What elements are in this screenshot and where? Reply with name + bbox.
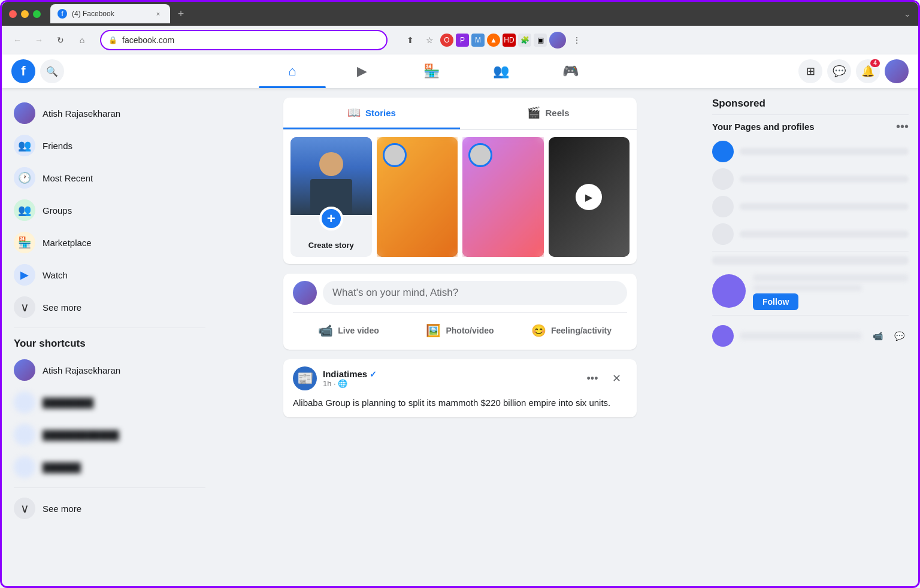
section-divider-1 (712, 114, 909, 115)
window-dropdown-btn[interactable]: ⌄ (904, 9, 911, 19)
contact-name-1 (740, 332, 862, 340)
tab-stories[interactable]: 📖 Stories (283, 98, 460, 129)
address-bar[interactable]: 🔒 facebook.com (100, 30, 388, 50)
sponsored-profile-item: Follow (712, 274, 909, 310)
reels-tab-label: Reels (545, 108, 569, 118)
traffic-lights (9, 10, 41, 18)
sidebar-item-see-more[interactable]: ∨ See more (7, 292, 213, 323)
sidebar-divider-1 (14, 328, 205, 328)
contacts-section: 📹 💬 (712, 325, 909, 347)
person-head (319, 152, 343, 176)
news-source-text: Indiatimes (323, 369, 367, 379)
news-post-meta: 1h · 🌐 (323, 379, 576, 388)
opera-ext-icon[interactable]: O (440, 34, 453, 47)
nav-marketplace[interactable]: 🏪 (398, 57, 465, 86)
sidebar-item-marketplace[interactable]: 🏪 Marketplace (7, 227, 213, 258)
contact-video-btn-1[interactable]: 📹 (868, 326, 887, 345)
sidebar-shortcut-blurred-3[interactable]: ██████ (7, 451, 213, 483)
sidebar-shortcut-blurred-2[interactable]: ████████████ (7, 419, 213, 450)
contact-msg-btn-1[interactable]: 💬 (889, 326, 909, 345)
sidebar-watch-label: Watch (43, 270, 68, 280)
most-recent-icon: 🕐 (14, 167, 35, 189)
notifications-btn[interactable]: 🔔 4 (856, 59, 880, 83)
shortcut-blurred-label-3: ██████ (43, 462, 81, 472)
sidebar-item-most-recent[interactable]: 🕐 Most Recent (7, 162, 213, 193)
sidebar-recent-label: Most Recent (43, 173, 93, 183)
ext-icon-1[interactable]: M (471, 34, 485, 47)
feeling-btn[interactable]: 😊 Feeling/activity (516, 319, 627, 343)
news-avatar: 📰 (293, 366, 317, 390)
stories-tab-icon: 📖 (347, 106, 361, 119)
news-close-btn[interactable]: ✕ (606, 368, 627, 389)
back-btn[interactable]: ← (9, 32, 26, 49)
shortcut-blurred-label-1: ████████ (43, 398, 93, 408)
sidebar-marketplace-label: Marketplace (43, 238, 92, 248)
browser-tab[interactable]: f (4) Facebook × (50, 4, 170, 23)
shortcut-blurred-icon-1 (14, 392, 35, 413)
maximize-window-btn[interactable] (33, 10, 41, 18)
profile-avatar-nav[interactable] (885, 59, 909, 83)
pages-more-btn[interactable]: ••• (896, 120, 909, 134)
shortcut-blurred-icon-3 (14, 456, 35, 478)
nav-watch[interactable]: ▶ (328, 57, 395, 86)
browser-profile-avatar[interactable] (549, 32, 566, 49)
nav-gaming[interactable]: 🎮 (537, 57, 604, 86)
pages-profiles-title: Your Pages and profiles (712, 122, 815, 132)
see-more-icon: ∨ (14, 296, 35, 318)
bookmark-btn[interactable]: ☆ (421, 32, 438, 49)
post-box: What's on your mind, Atish? 📹 Live video… (283, 274, 637, 350)
news-post-header: 📰 Indiatimes ✓ 1h · 🌐 (293, 366, 627, 390)
facebook-topnav: f 🔍 ⌂ ▶ 🏪 👥 🎮 ⊞ 💬 🔔 4 (2, 54, 918, 88)
nav-home[interactable]: ⌂ (259, 57, 326, 86)
section-divider-3 (712, 315, 909, 316)
news-more-btn[interactable]: ••• (582, 368, 603, 389)
tab-reels[interactable]: 🎬 Reels (460, 98, 637, 129)
messenger-btn[interactable]: 💬 (827, 59, 851, 83)
sponsored-sub (753, 285, 862, 291)
sponsored-info: Follow (753, 274, 909, 310)
sidebar-shortcut-blurred-1[interactable]: ████████ (7, 387, 213, 418)
home-btn[interactable]: ⌂ (74, 32, 90, 49)
reload-btn[interactable]: ↻ (52, 32, 69, 49)
sidebar-divider-2 (14, 487, 205, 488)
live-video-btn[interactable]: 📹 Live video (293, 319, 404, 343)
story-item-3[interactable] (462, 137, 544, 257)
facebook-logo[interactable]: f (11, 59, 35, 83)
browser-menu-btn[interactable]: ⋮ (568, 32, 585, 49)
search-btn[interactable]: 🔍 (40, 59, 64, 83)
tab-close-btn[interactable]: × (153, 9, 163, 19)
reels-tab-icon: 🎬 (527, 106, 540, 119)
story-item-2[interactable] (377, 137, 458, 257)
pocket-ext-icon[interactable]: P (456, 34, 469, 47)
sidebar-item-friends[interactable]: 👥 Friends (7, 130, 213, 161)
minimize-window-btn[interactable] (21, 10, 29, 18)
ext-puzzle-icon[interactable]: 🧩 (518, 34, 531, 47)
news-post-info: Indiatimes ✓ 1h · 🌐 (323, 369, 576, 388)
sidebar-item-profile[interactable]: Atish Rajasekharan (7, 98, 213, 129)
grid-menu-btn[interactable]: ⊞ (798, 59, 822, 83)
ext-split-icon[interactable]: ▣ (534, 34, 547, 47)
sidebar-item-watch[interactable]: ▶ Watch (7, 259, 213, 290)
post-input[interactable]: What's on your mind, Atish? (323, 281, 627, 305)
photo-video-btn[interactable]: 🖼️ Photo/video (404, 319, 516, 343)
news-post-text: Alibaba Group is planning to split its m… (293, 396, 627, 410)
follow-button[interactable]: Follow (753, 293, 798, 310)
groups-sidebar-icon: 👥 (14, 199, 35, 221)
shortcut-blurred-icon-2 (14, 424, 35, 445)
sidebar: Atish Rajasekharan 👥 Friends 🕐 Most Rece… (2, 88, 217, 588)
close-window-btn[interactable] (9, 10, 17, 18)
blurred-name (712, 256, 909, 265)
ext-icon-3[interactable]: HD (503, 34, 516, 47)
sidebar-item-groups[interactable]: 👥 Groups (7, 195, 213, 226)
share-btn[interactable]: ⬆ (402, 32, 419, 49)
live-video-icon: 📹 (318, 323, 333, 338)
create-story-item[interactable]: + Create story (290, 137, 372, 257)
new-tab-button[interactable]: + (172, 5, 189, 22)
page-item-3 (712, 196, 909, 217)
nav-groups[interactable]: 👥 (467, 57, 534, 86)
sidebar-item-bottom-see-more[interactable]: ∨ See more (7, 493, 213, 524)
ext-icon-2[interactable]: ▲ (487, 34, 500, 47)
forward-btn[interactable]: → (31, 32, 47, 49)
sidebar-shortcut-profile[interactable]: Atish Rajasekharan (7, 354, 213, 386)
story-item-4[interactable]: ▶ (549, 137, 630, 257)
